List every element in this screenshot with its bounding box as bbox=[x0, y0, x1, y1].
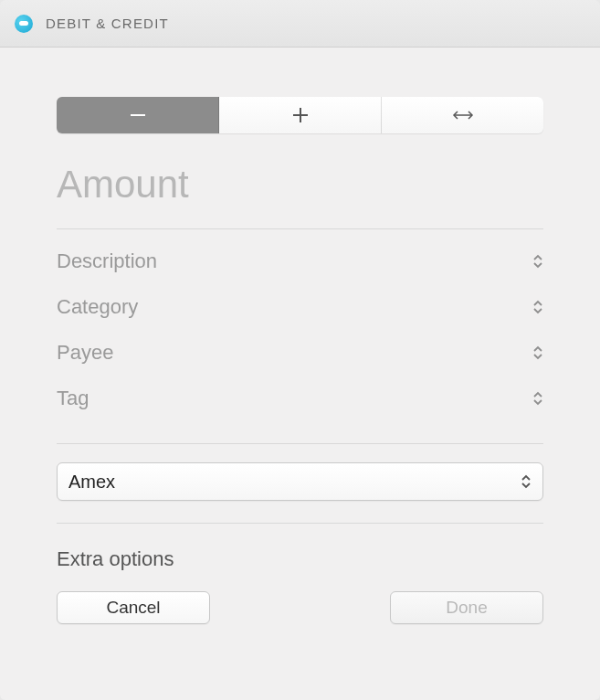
account-select-box[interactable]: Amex bbox=[57, 462, 543, 501]
tag-label: Tag bbox=[57, 387, 89, 410]
extra-options-label[interactable]: Extra options bbox=[57, 547, 543, 571]
description-label: Description bbox=[57, 249, 157, 273]
form-panel: Description Category bbox=[20, 71, 580, 652]
divider bbox=[57, 523, 543, 524]
transaction-window: DEBIT & CREDIT bbox=[0, 0, 600, 700]
chevron-updown-icon bbox=[521, 474, 532, 489]
svg-rect-0 bbox=[131, 114, 145, 116]
stepper-icon bbox=[532, 391, 543, 406]
divider bbox=[57, 228, 543, 229]
plus-icon bbox=[290, 105, 311, 125]
category-field[interactable]: Category bbox=[57, 284, 543, 330]
form-rows: Description Category bbox=[57, 239, 543, 421]
stepper-icon bbox=[532, 254, 543, 269]
payee-field[interactable]: Payee bbox=[57, 330, 543, 376]
description-field[interactable]: Description bbox=[57, 239, 543, 284]
stepper-icon bbox=[532, 300, 543, 314]
account-selected-label: Amex bbox=[68, 472, 115, 493]
minus-icon bbox=[128, 105, 148, 125]
content-area: Description Category bbox=[0, 48, 600, 700]
window-title: DEBIT & CREDIT bbox=[46, 16, 169, 31]
segment-income[interactable] bbox=[219, 97, 382, 133]
transfer-icon bbox=[451, 105, 475, 125]
payee-label: Payee bbox=[57, 341, 113, 365]
stepper-icon bbox=[532, 345, 543, 360]
done-button[interactable]: Done bbox=[390, 591, 543, 624]
titlebar: DEBIT & CREDIT bbox=[0, 0, 600, 48]
category-label: Category bbox=[57, 295, 138, 319]
divider bbox=[57, 443, 543, 444]
amount-input[interactable] bbox=[57, 163, 543, 207]
cancel-button[interactable]: Cancel bbox=[57, 591, 210, 624]
segment-transfer[interactable] bbox=[382, 97, 543, 133]
account-select[interactable]: Amex bbox=[57, 462, 543, 501]
transaction-type-segmented bbox=[57, 97, 543, 133]
app-icon bbox=[15, 15, 33, 33]
segment-expense[interactable] bbox=[57, 97, 219, 133]
svg-rect-2 bbox=[300, 108, 301, 122]
tag-field[interactable]: Tag bbox=[57, 376, 543, 421]
button-row: Cancel Done bbox=[57, 591, 543, 624]
